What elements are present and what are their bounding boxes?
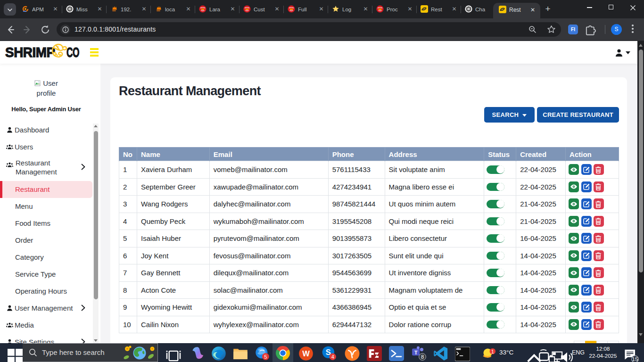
svg-text:T: T [414,350,418,355]
svg-text:5: 5 [264,354,267,360]
svg-text:15: 15 [632,356,638,362]
svg-text:8: 8 [421,354,424,360]
svg-text:1: 1 [491,349,494,354]
svg-text:W: W [302,349,310,358]
svg-text:4: 4 [331,354,334,360]
